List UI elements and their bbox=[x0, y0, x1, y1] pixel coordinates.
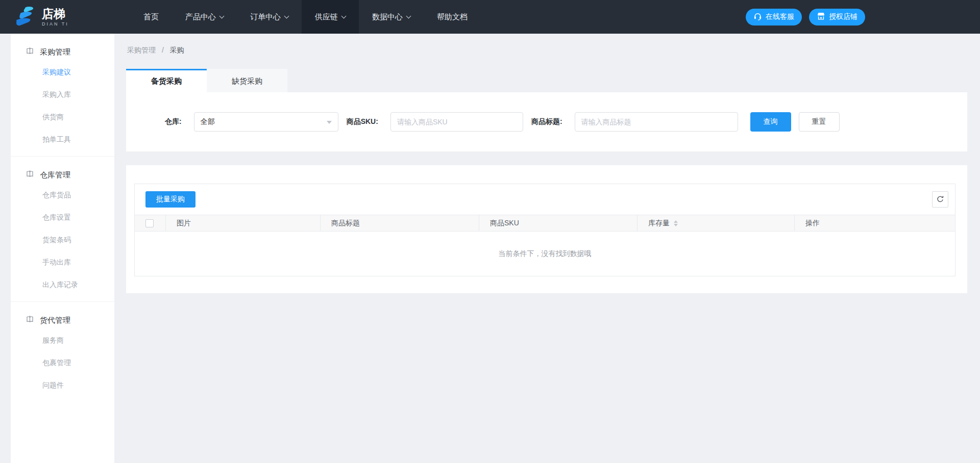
sidebar-group-warehouse-header[interactable]: 仓库管理 bbox=[11, 157, 114, 184]
brand-subtitle: DIAN TI bbox=[42, 21, 69, 27]
sidebar-item-order-tool[interactable]: 拍单工具 bbox=[11, 128, 114, 151]
sidebar-item-warehouse-settings[interactable]: 仓库设置 bbox=[11, 207, 114, 229]
sort-icon[interactable] bbox=[674, 220, 678, 226]
warehouse-label: 仓库: bbox=[165, 117, 182, 126]
top-navbar: 店梯 DIAN TI 首页 产品中心 订单中心 供应链 数据中心 帮助文档 bbox=[0, 0, 980, 34]
results-table: 批量采购 图片 商品标题 bbox=[134, 184, 955, 276]
chevron-down-icon bbox=[341, 13, 347, 18]
column-header-image: 图片 bbox=[165, 215, 320, 231]
brand-name: 店梯 bbox=[42, 8, 69, 20]
nav-item-data-center[interactable]: 数据中心 bbox=[359, 0, 424, 34]
logo-stairs-icon bbox=[14, 6, 35, 29]
search-button[interactable]: 查询 bbox=[750, 112, 791, 132]
tab-shortage-purchase[interactable]: 缺货采购 bbox=[207, 69, 287, 92]
sidebar-item-shelf-barcode[interactable]: 货架条码 bbox=[11, 229, 114, 251]
chevron-down-icon bbox=[284, 13, 289, 18]
sidebar-item-package-management[interactable]: 包裹管理 bbox=[11, 352, 114, 374]
store-icon bbox=[817, 12, 825, 22]
bulk-purchase-button[interactable]: 批量采购 bbox=[145, 191, 195, 208]
sidebar: 采购管理 采购建议 采购入库 供货商 拍单工具 仓库管理 仓库货品 仓库设置 bbox=[11, 34, 114, 463]
sidebar-item-problem-items[interactable]: 问题件 bbox=[11, 374, 114, 397]
breadcrumb: 采购管理 / 采购 bbox=[127, 46, 967, 55]
title-input[interactable] bbox=[575, 112, 738, 132]
sidebar-group-purchase-header[interactable]: 采购管理 bbox=[11, 34, 114, 61]
filter-panel: 仓库: 全部 商品SKU: 商品标题: 查询 重置 bbox=[126, 92, 967, 151]
reset-button[interactable]: 重置 bbox=[799, 112, 840, 132]
main-nav: 首页 产品中心 订单中心 供应链 数据中心 帮助文档 bbox=[130, 0, 481, 34]
column-header-product-sku: 商品SKU bbox=[479, 215, 637, 231]
breadcrumb-current: 采购 bbox=[170, 46, 184, 54]
column-header-actions: 操作 bbox=[794, 215, 955, 231]
authorize-store-button[interactable]: 授权店铺 bbox=[809, 9, 865, 25]
breadcrumb-separator: / bbox=[162, 46, 164, 54]
empty-state-text: 当前条件下，没有找到数据哦 bbox=[499, 249, 592, 259]
sidebar-group-forwarder-header[interactable]: 货代管理 bbox=[11, 302, 114, 329]
column-header-stock[interactable]: 库存量 bbox=[637, 215, 794, 231]
sidebar-item-purchase-inbound[interactable]: 采购入库 bbox=[11, 84, 114, 106]
sidebar-group-forwarder: 货代管理 服务商 包裹管理 问题件 bbox=[11, 302, 114, 402]
sidebar-item-warehouse-goods[interactable]: 仓库货品 bbox=[11, 184, 114, 207]
sidebar-item-service-provider[interactable]: 服务商 bbox=[11, 329, 114, 352]
nav-item-supply-chain[interactable]: 供应链 bbox=[302, 0, 359, 34]
empty-state: 当前条件下，没有找到数据哦 bbox=[135, 232, 955, 276]
sidebar-item-inout-records[interactable]: 出入库记录 bbox=[11, 274, 114, 296]
purchase-tabs: 备货采购 缺货采购 bbox=[126, 69, 967, 92]
warehouse-select-value: 全部 bbox=[201, 117, 215, 126]
sidebar-item-manual-outbound[interactable]: 手动出库 bbox=[11, 251, 114, 274]
sidebar-group-warehouse: 仓库管理 仓库货品 仓库设置 货架条码 手动出库 出入库记录 bbox=[11, 157, 114, 302]
brand-logo: 店梯 DIAN TI bbox=[14, 6, 130, 29]
sidebar-item-purchase-suggestion[interactable]: 采购建议 bbox=[11, 61, 114, 84]
nav-item-home[interactable]: 首页 bbox=[130, 0, 172, 34]
title-label: 商品标题: bbox=[531, 117, 562, 126]
refresh-button[interactable] bbox=[932, 191, 948, 208]
refresh-icon bbox=[936, 195, 944, 204]
column-header-product-title: 商品标题 bbox=[320, 215, 479, 231]
sku-input[interactable] bbox=[390, 112, 523, 132]
breadcrumb-parent[interactable]: 采购管理 bbox=[127, 46, 156, 54]
warehouse-select[interactable]: 全部 bbox=[194, 112, 338, 132]
select-all-checkbox[interactable] bbox=[145, 219, 154, 227]
sidebar-item-supplier[interactable]: 供货商 bbox=[11, 106, 114, 128]
chevron-down-icon bbox=[406, 13, 411, 18]
table-toolbar: 批量采购 bbox=[135, 184, 955, 215]
results-panel: 批量采购 图片 商品标题 bbox=[126, 165, 967, 293]
book-icon bbox=[26, 170, 34, 180]
main-content: 采购管理 / 采购 备货采购 缺货采购 仓库: 全部 商品SKU: 商品标题: … bbox=[126, 34, 967, 463]
book-icon bbox=[26, 315, 34, 325]
chevron-down-icon bbox=[219, 13, 225, 18]
navbar-actions: 在线客服 授权店铺 bbox=[746, 9, 865, 25]
sidebar-group-purchase: 采购管理 采购建议 采购入库 供货商 拍单工具 bbox=[11, 34, 114, 157]
book-icon bbox=[26, 47, 34, 57]
tab-stock-purchase[interactable]: 备货采购 bbox=[126, 69, 207, 92]
online-service-button[interactable]: 在线客服 bbox=[746, 9, 802, 25]
select-caret-icon bbox=[327, 121, 332, 124]
select-all-cell bbox=[135, 215, 165, 231]
headset-icon bbox=[753, 12, 762, 22]
sku-label: 商品SKU: bbox=[347, 117, 378, 126]
nav-item-help-docs[interactable]: 帮助文档 bbox=[424, 0, 481, 34]
nav-item-orders[interactable]: 订单中心 bbox=[237, 0, 302, 34]
table-header-row: 图片 商品标题 商品SKU 库存量 操作 bbox=[135, 215, 955, 232]
nav-item-products[interactable]: 产品中心 bbox=[172, 0, 237, 34]
